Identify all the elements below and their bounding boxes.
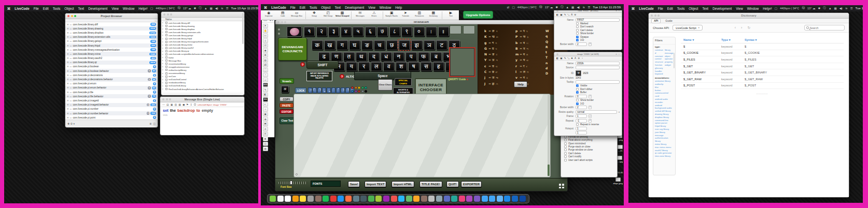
- disclosure-triangle-icon[interactable]: ▸: [162, 79, 164, 81]
- gear-icon[interactable]: ⚙: [67, 65, 69, 68]
- table-row[interactable]: ⚙▭com.livecode.pi.decorations8: [65, 73, 158, 77]
- toolbar-icon[interactable]: ⚑: [186, 103, 188, 106]
- palette-tool-icon[interactable]: ✎: [564, 13, 566, 16]
- menu-item-tools[interactable]: Tools: [677, 7, 685, 10]
- apple-menu[interactable]: ⌘: [632, 7, 635, 10]
- status-icon[interactable]: ▲: [204, 7, 207, 10]
- devanagari-key[interactable]: व: [383, 62, 395, 71]
- association-link[interactable]: time zone library: [655, 155, 674, 158]
- close-button[interactable]: [651, 14, 653, 17]
- clear-chars-button[interactable]: Clear Chars: [378, 79, 393, 91]
- devanagari-key[interactable]: ३: [328, 26, 339, 36]
- project-browser-titlebar[interactable]: Project Browser: [65, 13, 158, 19]
- status-icon[interactable]: 440bpm | 34°C: [156, 7, 175, 10]
- menu-item-text[interactable]: Text: [78, 7, 85, 10]
- gear-icon[interactable]: ⚙: [67, 112, 69, 115]
- devanagari-key[interactable]: फ: [418, 52, 429, 61]
- stack-checkbox[interactable]: [165, 41, 167, 43]
- palette-tool-icon[interactable]: ⤡: [568, 13, 570, 16]
- upgrade-options-button[interactable]: Upgrade Options: [463, 11, 493, 19]
- devanagari-key[interactable]: ङ: [361, 40, 373, 50]
- filters-scrollbar[interactable]: [674, 53, 675, 68]
- menu-item-file[interactable]: File: [290, 6, 296, 9]
- toolbar-icon[interactable]: ▣: [171, 103, 173, 106]
- checkbox[interactable]: [564, 142, 567, 145]
- color-dot[interactable]: [361, 86, 364, 89]
- editor-button[interactable]: EDITOR: [279, 109, 293, 114]
- dock-icon[interactable]: [383, 196, 389, 202]
- palette-tool-icon[interactable]: A: [575, 57, 576, 60]
- menu-item-window[interactable]: Window: [123, 7, 134, 10]
- devanagari-key[interactable]: ५: [353, 26, 363, 36]
- matra-key[interactable]: ो: [341, 87, 345, 93]
- status-icon[interactable]: 13° ☁: [545, 6, 553, 9]
- footer-icon[interactable]: ◫: [153, 122, 156, 125]
- dock-icon[interactable]: [270, 196, 276, 202]
- tool-icon[interactable]: ▭: [263, 34, 269, 38]
- dock-icon[interactable]: [436, 196, 442, 202]
- tool-icon[interactable]: ⊡: [263, 132, 269, 137]
- toolbar-button-select-grouped[interactable]: ▩Select Grouped: [335, 11, 349, 17]
- tool-icon[interactable]: ⿴: [263, 68, 269, 72]
- status-icon[interactable]: ✱: [555, 6, 558, 9]
- checkbox[interactable]: [564, 145, 567, 148]
- devanagari-key[interactable]: घ: [349, 40, 360, 50]
- devanagari-key[interactable]: ग: [337, 40, 348, 50]
- menu-item-edit[interactable]: Edit: [300, 6, 305, 9]
- toolbar-icon[interactable]: ↥: [190, 103, 192, 106]
- tool-icon[interactable]: ab: [263, 63, 269, 68]
- tool-icon[interactable]: ✋: [263, 28, 269, 33]
- message-box-command-line[interactable]: setthebackdroptoempty: [160, 107, 244, 114]
- devanagari-key[interactable]: ह: [433, 62, 444, 71]
- status-icon[interactable]: ☰: [226, 7, 229, 10]
- checkbox[interactable]: [576, 88, 579, 91]
- status-icon[interactable]: ✱: [194, 7, 197, 10]
- dock-icon[interactable]: [398, 196, 404, 202]
- color-dot[interactable]: [365, 90, 367, 93]
- property-input[interactable]: 1: [576, 131, 587, 135]
- toolbar-button-tutorials[interactable]: ➤Tutorials: [399, 11, 412, 17]
- status-icon[interactable]: ◀): [215, 7, 218, 10]
- palette-tool-icon[interactable]: ▣: [560, 13, 562, 16]
- toolbar-icon[interactable]: ◼: [183, 103, 185, 106]
- palette-tool-icon[interactable]: ✚: [571, 57, 573, 60]
- status-icon[interactable]: ≋: [221, 7, 223, 10]
- color-dot[interactable]: [351, 90, 354, 93]
- tool-icon[interactable]: 910: [263, 97, 269, 102]
- menu-item-view[interactable]: View: [368, 6, 375, 9]
- name-column-header[interactable]: Name: [161, 18, 244, 21]
- tool-icon[interactable]: ≋: [263, 127, 269, 131]
- devanagari-key[interactable]: द: [368, 52, 380, 61]
- menu-item-help[interactable]: Help: [395, 6, 402, 9]
- window-control-dot[interactable]: [278, 28, 280, 31]
- devanagari-key[interactable]: ञ: [424, 40, 435, 50]
- stepper-control[interactable]: ▴▾: [589, 95, 592, 98]
- table-row[interactable]: ⚙▭com.livecode.pi.boolean8: [65, 65, 158, 69]
- association-link[interactable]: mac status menu: [655, 146, 674, 149]
- disclosure-triangle-icon[interactable]: ▸: [162, 50, 164, 52]
- menu-item-text[interactable]: Text: [335, 6, 341, 9]
- gear-icon[interactable]: ⚙: [67, 78, 69, 81]
- dock-icon[interactable]: [391, 196, 397, 202]
- dock-icon[interactable]: [315, 196, 321, 202]
- status-icon[interactable]: ▢: [775, 7, 777, 10]
- table-row[interactable]: ⚙▭com.livecode.pi.boolean.behavior043: [65, 69, 158, 73]
- disclosure-triangle-icon[interactable]: ▸: [162, 44, 164, 46]
- devanagari-key[interactable]: प: [405, 52, 417, 61]
- import-reference-image-button[interactable]: IMPORT REFERENCE IMAGE IN FLOATING PALET…: [306, 71, 332, 81]
- window-resize-handle[interactable]: [559, 184, 565, 189]
- disclosure-triangle-icon[interactable]: ▸: [162, 28, 164, 30]
- status-icon[interactable]: ▦: [209, 7, 212, 10]
- disclosure-triangle-icon[interactable]: ▸: [162, 88, 164, 90]
- dock-icon[interactable]: [451, 196, 457, 202]
- status-icon[interactable]: 13° ☁: [183, 7, 191, 10]
- toolbar-icon[interactable]: ▥: [174, 103, 177, 106]
- menu-item-tools[interactable]: Tools: [53, 7, 61, 10]
- dock-icon[interactable]: [489, 196, 495, 202]
- menu-item-text[interactable]: Text: [703, 7, 709, 10]
- dock-icon[interactable]: [353, 196, 359, 202]
- nav-icon[interactable]: ›: [741, 26, 742, 30]
- status-icon[interactable]: ⇄: [145, 7, 148, 10]
- toolbar-icon[interactable]: ▤: [166, 103, 169, 106]
- stack-checkbox[interactable]: [165, 76, 167, 78]
